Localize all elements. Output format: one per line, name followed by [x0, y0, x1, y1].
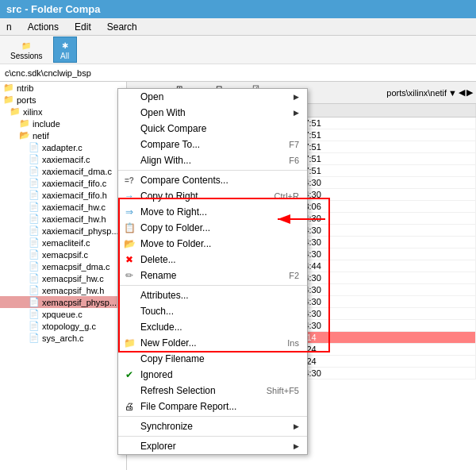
- menu-bar: n Actions Edit Search: [0, 18, 476, 36]
- menu-item-n[interactable]: n: [3, 21, 15, 33]
- print-icon: 🖨: [123, 400, 136, 413]
- menu-copy-to-folder[interactable]: 📋 Copy to Folder...: [118, 220, 307, 236]
- menu-move-to-right[interactable]: ⇒ Move to Right...: [118, 204, 307, 220]
- sessions-label: Sessions: [10, 52, 43, 60]
- menu-move-to-folder[interactable]: 📂 Move to Folder...: [118, 236, 307, 252]
- all-button[interactable]: ✱ All: [53, 37, 77, 63]
- context-menu: Open Open With Quick Compare Compare To.…: [117, 88, 308, 455]
- separator-3: [118, 416, 307, 417]
- menu-exclude[interactable]: Exclude...: [118, 319, 307, 335]
- title-bar: src - Folder Compa: [0, 0, 476, 18]
- menu-item-edit[interactable]: Edit: [71, 21, 94, 33]
- menu-explorer[interactable]: Explorer: [118, 438, 307, 454]
- menu-quick-compare[interactable]: Quick Compare: [118, 121, 307, 137]
- rename-icon: ✏: [123, 269, 136, 282]
- menu-item-search[interactable]: Search: [104, 21, 140, 33]
- menu-delete[interactable]: ✖ Delete...: [118, 252, 307, 268]
- title-text: src - Folder Compa: [6, 3, 100, 15]
- path-bar: c\cnc.sdk\cnclwip_bsp: [0, 64, 476, 82]
- all-icon: ✱: [59, 39, 71, 52]
- separator-1: [118, 170, 307, 171]
- menu-compare-to[interactable]: Compare To... F7: [118, 137, 307, 152]
- menu-align-with[interactable]: Align With... F6: [118, 152, 307, 168]
- new-folder-icon: 📁: [123, 337, 136, 349]
- menu-copy-to-right[interactable]: → Copy to Right... Ctrl+R: [118, 188, 307, 204]
- menu-copy-filename[interactable]: Copy Filename: [118, 351, 307, 367]
- move-folder-icon: 📂: [123, 237, 136, 250]
- menu-rename[interactable]: ✏ Rename F2: [118, 268, 307, 283]
- compare-contents-icon: =?: [123, 174, 136, 187]
- toolbar: 📁 Sessions ✱ All: [0, 36, 476, 64]
- copy-right-icon: →: [123, 190, 136, 202]
- move-right-icon: ⇒: [123, 206, 136, 218]
- menu-new-folder[interactable]: 📁 New Folder... Ins: [118, 335, 307, 351]
- menu-synchronize[interactable]: Synchronize: [118, 418, 307, 434]
- separator-4: [118, 436, 307, 437]
- menu-attributes[interactable]: Attributes...: [118, 287, 307, 303]
- menu-item-actions[interactable]: Actions: [25, 21, 62, 33]
- context-menu-overlay: Open Open With Quick Compare Compare To.…: [0, 82, 476, 470]
- menu-open[interactable]: Open: [118, 89, 307, 105]
- path-text: c\cnc.sdk\cnclwip_bsp: [5, 68, 91, 78]
- menu-refresh-selection[interactable]: Refresh Selection Shift+F5: [118, 383, 307, 399]
- menu-open-with[interactable]: Open With: [118, 105, 307, 121]
- menu-file-compare-report[interactable]: 🖨 File Compare Report...: [118, 399, 307, 414]
- copy-folder-icon: 📋: [123, 222, 136, 234]
- delete-icon: ✖: [123, 253, 136, 266]
- separator-2: [118, 285, 307, 286]
- check-icon: ✔: [123, 368, 136, 381]
- sessions-icon: 📁: [20, 39, 33, 52]
- menu-ignored[interactable]: ✔ Ignored: [118, 367, 307, 383]
- menu-touch[interactable]: Touch...: [118, 303, 307, 319]
- sessions-button[interactable]: 📁 Sessions: [5, 37, 48, 63]
- main-content: 📁 ntrib 📁 ports 📁 xilinx 📁 include 📂 net…: [0, 82, 476, 470]
- all-label: All: [60, 52, 69, 60]
- menu-compare-contents[interactable]: =? Compare Contents...: [118, 172, 307, 188]
